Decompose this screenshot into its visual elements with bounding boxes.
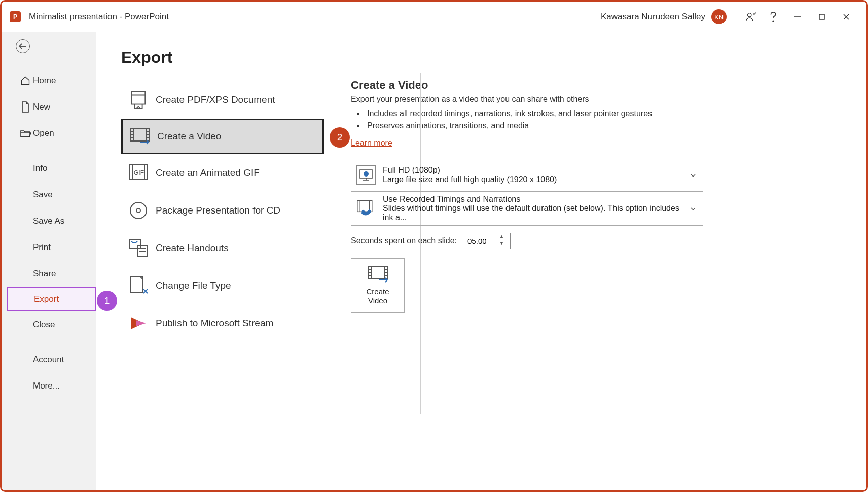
sidebar-item-label: New bbox=[33, 102, 50, 112]
pdf-icon bbox=[125, 89, 152, 111]
sidebar-item-label: Save bbox=[33, 190, 53, 200]
details-bullet: Preserves animations, transitions, and m… bbox=[365, 121, 841, 130]
app-frame: P Minimalist presentation - PowerPoint K… bbox=[0, 0, 868, 492]
sidebar-item-more[interactable]: More... bbox=[2, 373, 96, 399]
create-video-label: CreateVideo bbox=[366, 287, 389, 305]
document-title: Minimalist presentation - PowerPoint bbox=[29, 12, 169, 22]
sidebar-item-label: Save As bbox=[33, 216, 64, 226]
svg-rect-22 bbox=[129, 239, 140, 249]
dropdown-subtitle: Slides without timings will use the defa… bbox=[383, 204, 691, 222]
export-option-label: Create an Animated GIF bbox=[156, 167, 260, 179]
sidebar-item-label: More... bbox=[33, 381, 60, 391]
export-option-label: Create Handouts bbox=[156, 242, 229, 254]
sidebar-item-account[interactable]: Account bbox=[2, 346, 96, 373]
export-option-pdf-xps[interactable]: Create PDF/XPS Document bbox=[121, 81, 324, 119]
sidebar-item-label: Info bbox=[33, 163, 47, 173]
sidebar-item-close[interactable]: Close bbox=[2, 311, 96, 338]
cd-icon bbox=[125, 200, 152, 221]
details-title: Create a Video bbox=[351, 79, 841, 92]
minimize-button[interactable] bbox=[785, 7, 810, 27]
page-title: Export bbox=[121, 48, 327, 67]
export-option-label: Create a Video bbox=[157, 131, 221, 142]
details-bullets: Includes all recorded timings, narration… bbox=[365, 109, 841, 130]
export-options-list: Export Create PDF/XPS Document Create a … bbox=[121, 48, 327, 490]
create-video-button[interactable]: CreateVideo bbox=[351, 258, 405, 313]
main-pane: Export Create PDF/XPS Document Create a … bbox=[96, 32, 866, 490]
export-option-change-file-type[interactable]: Change File Type bbox=[121, 267, 324, 304]
annotation-badge-2: 2 bbox=[330, 127, 350, 148]
annotation-badge-1: 1 bbox=[97, 291, 117, 311]
back-button[interactable] bbox=[16, 39, 30, 53]
open-folder-icon bbox=[18, 129, 33, 138]
coming-soon-icon[interactable] bbox=[741, 11, 761, 22]
maximize-button[interactable] bbox=[810, 7, 834, 27]
export-option-package-cd[interactable]: Package Presentation for CD bbox=[121, 192, 324, 229]
seconds-row: Seconds spent on each slide: ▲ ▼ bbox=[351, 233, 841, 249]
svg-point-21 bbox=[136, 208, 140, 213]
home-icon bbox=[18, 76, 33, 86]
export-option-label: Change File Type bbox=[156, 280, 231, 291]
sidebar-item-label: Account bbox=[33, 355, 64, 365]
change-file-type-icon bbox=[125, 275, 152, 296]
video-icon bbox=[127, 126, 153, 147]
user-name[interactable]: Kawasara Nurudeen Salley bbox=[601, 12, 705, 22]
export-option-create-handouts[interactable]: Create Handouts bbox=[121, 229, 324, 267]
new-file-icon bbox=[18, 101, 33, 113]
learn-more-link[interactable]: Learn more bbox=[351, 138, 392, 148]
export-option-label: Publish to Microsoft Stream bbox=[156, 318, 273, 329]
details-bullet: Includes all recorded timings, narration… bbox=[365, 109, 841, 118]
help-button[interactable] bbox=[761, 7, 785, 27]
export-option-animated-gif[interactable]: GIF Create an Animated GIF bbox=[121, 154, 324, 192]
sidebar-item-label: Print bbox=[33, 242, 51, 253]
seconds-spinner[interactable]: ▲ ▼ bbox=[463, 233, 511, 249]
sidebar-item-new[interactable]: New bbox=[2, 94, 96, 120]
sidebar-item-label: Home bbox=[33, 76, 56, 86]
spinner-down-button[interactable]: ▼ bbox=[496, 241, 507, 248]
sidebar-item-save-as[interactable]: Save As bbox=[2, 208, 96, 234]
dropdown-title: Full HD (1080p) bbox=[383, 166, 691, 175]
sidebar-item-save[interactable]: Save bbox=[2, 182, 96, 208]
chevron-down-icon bbox=[691, 170, 698, 180]
details-subtitle: Export your presentation as a video that… bbox=[351, 95, 841, 104]
video-quality-dropdown[interactable]: Full HD (1080p) Large file size and full… bbox=[351, 162, 703, 188]
gif-icon: GIF bbox=[125, 162, 152, 184]
svg-point-0 bbox=[748, 13, 751, 17]
stream-icon bbox=[125, 312, 152, 334]
sidebar-item-label: Close bbox=[33, 320, 55, 330]
export-option-label: Create PDF/XPS Document bbox=[156, 94, 275, 106]
export-option-create-video[interactable]: Create a Video 2 bbox=[121, 119, 324, 154]
sidebar-item-open[interactable]: Open bbox=[2, 120, 96, 147]
close-button[interactable] bbox=[834, 7, 858, 27]
user-avatar[interactable]: KN bbox=[711, 9, 727, 24]
chevron-down-icon bbox=[691, 204, 698, 213]
create-video-icon bbox=[367, 266, 388, 284]
svg-point-1 bbox=[773, 21, 774, 22]
export-option-label: Package Presentation for CD bbox=[156, 205, 280, 216]
svg-text:GIF: GIF bbox=[134, 169, 144, 177]
vertical-divider bbox=[420, 73, 421, 414]
svg-point-28 bbox=[364, 171, 369, 177]
sidebar-item-label: Open bbox=[33, 128, 54, 138]
sidebar-item-print[interactable]: Print bbox=[2, 234, 96, 261]
seconds-input[interactable] bbox=[463, 237, 496, 245]
backstage-sidebar: Home New Open Info Save bbox=[2, 32, 96, 490]
sidebar-item-export[interactable]: Export bbox=[7, 287, 96, 311]
spinner-up-button[interactable]: ▲ bbox=[496, 234, 507, 241]
timings-dropdown[interactable]: Use Recorded Timings and Narrations Slid… bbox=[351, 191, 703, 226]
sidebar-item-home[interactable]: Home bbox=[2, 67, 96, 94]
svg-rect-3 bbox=[819, 14, 824, 19]
handouts-icon bbox=[125, 237, 152, 259]
timings-icon bbox=[356, 199, 376, 218]
sidebar-item-share[interactable]: Share bbox=[2, 261, 96, 287]
dropdown-title: Use Recorded Timings and Narrations bbox=[383, 195, 691, 204]
svg-rect-26 bbox=[130, 277, 142, 292]
sidebar-divider bbox=[18, 342, 80, 342]
sidebar-item-info[interactable]: Info bbox=[2, 155, 96, 182]
export-details-pane: Create a Video Export your presentation … bbox=[351, 48, 841, 490]
powerpoint-app-icon: P bbox=[10, 11, 21, 22]
export-option-publish-stream[interactable]: Publish to Microsoft Stream bbox=[121, 304, 324, 342]
svg-rect-6 bbox=[132, 92, 146, 104]
backstage-body: Home New Open Info Save bbox=[2, 32, 866, 490]
seconds-label: Seconds spent on each slide: bbox=[351, 236, 457, 245]
svg-point-20 bbox=[130, 202, 147, 219]
